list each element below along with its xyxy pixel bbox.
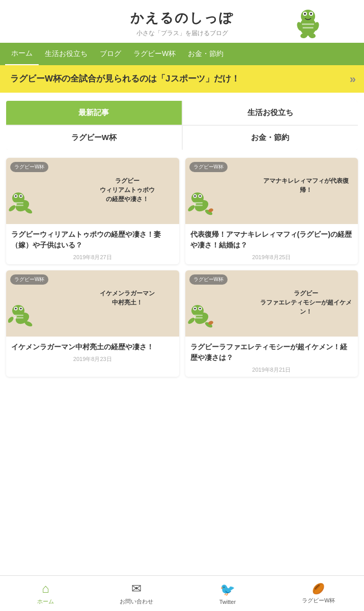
nav-item-life[interactable]: 生活お役立ち bbox=[39, 43, 94, 65]
article-card-2[interactable]: ラグビーW杯 アマナキレレィマフィが代表復帰！ bbox=[185, 158, 358, 264]
svg-point-23 bbox=[191, 192, 204, 204]
article-title-2: 代表復帰！アマナキレレィマフィ(ラグビー)の経歴や凄さ！結婚は？ bbox=[190, 229, 353, 251]
nav-item-blog[interactable]: ブログ bbox=[94, 43, 127, 65]
home-icon: ⌂ bbox=[42, 581, 49, 596]
svg-point-5 bbox=[310, 13, 312, 15]
bottom-nav-contact[interactable]: ✉ お問い合わせ bbox=[91, 576, 182, 611]
svg-rect-6 bbox=[302, 23, 314, 25]
svg-rect-39 bbox=[14, 315, 23, 316]
article-title-1: ラグビーウィリアムトゥポウの経歴や凄さ！妻（嫁）や子供はいる？ bbox=[11, 229, 174, 251]
bottom-nav-rugby-label: ラグビーW杯 bbox=[302, 597, 335, 604]
bottom-nav-twitter[interactable]: 🐦 Twitter bbox=[182, 576, 273, 611]
nav-item-rugby[interactable]: ラグビーW杯 bbox=[127, 43, 182, 65]
article-date-4: 2019年8月21日 bbox=[190, 366, 353, 374]
article-frog-1 bbox=[8, 188, 36, 221]
article-image-2: ラグビーW杯 アマナキレレィマフィが代表復帰！ bbox=[185, 158, 358, 224]
svg-rect-40 bbox=[14, 317, 23, 319]
svg-point-37 bbox=[15, 308, 17, 310]
article-tag-1: ラグビーW杯 bbox=[10, 162, 48, 172]
svg-point-16 bbox=[15, 195, 17, 197]
article-title-4: ラグビーラファエレティモシーが超イケメン！経歴や凄さは？ bbox=[190, 342, 353, 363]
svg-rect-7 bbox=[302, 27, 314, 29]
bottom-nav-contact-label: お問い合わせ bbox=[120, 598, 153, 605]
svg-rect-49 bbox=[193, 315, 203, 316]
cat-rugby[interactable]: ラグビーW杯 bbox=[6, 126, 182, 150]
bottom-nav-home[interactable]: ⌂ ホーム bbox=[0, 576, 91, 611]
cat-latest[interactable]: 最新記事 bbox=[6, 101, 182, 125]
svg-point-41 bbox=[8, 316, 15, 324]
article-card-1[interactable]: ラグビーW杯 ラグビーウィリアムトゥポウの経歴や凄さ！ ラ bbox=[6, 158, 179, 264]
site-title: かえるのしっぽ bbox=[130, 9, 234, 27]
main-nav: ホーム 生活お役立ち ブログ ラグビーW杯 お金・節約 bbox=[0, 43, 364, 65]
site-subtitle: 小さな「プラス」を届けるブログ bbox=[130, 29, 234, 38]
article-image-3: ラグビーW杯 イケメンラガーマン中村亮土！ bbox=[6, 270, 179, 337]
svg-rect-50 bbox=[193, 317, 203, 319]
cat-life[interactable]: 生活お役立ち bbox=[183, 101, 358, 125]
svg-point-47 bbox=[194, 308, 196, 310]
article-card-4[interactable]: ラグビーW杯 ラグビーラファエレティモシーが超イケメン！ bbox=[185, 270, 358, 377]
article-body-4: ラグビーラファエレティモシーが超イケメン！経歴や凄さは？ 2019年8月21日 bbox=[185, 337, 358, 377]
article-date-3: 2019年8月23日 bbox=[11, 355, 174, 363]
articles-grid: ラグビーW杯 ラグビーウィリアムトゥポウの経歴や凄さ！ ラ bbox=[0, 152, 364, 377]
bottom-nav-rugby[interactable]: 🏉 ラグビーW杯 bbox=[273, 576, 364, 611]
svg-point-44 bbox=[191, 305, 204, 316]
article-tag-2: ラグビーW杯 bbox=[189, 162, 228, 172]
article-image-title-3: イケメンラガーマン中村亮土！ bbox=[75, 285, 179, 311]
banner-arrow-icon: » bbox=[350, 70, 356, 87]
article-image-1: ラグビーW杯 ラグビーウィリアムトゥポウの経歴や凄さ！ bbox=[6, 158, 179, 224]
svg-point-1 bbox=[301, 10, 315, 23]
bottom-nav-home-label: ホーム bbox=[37, 598, 54, 605]
twitter-icon: 🐦 bbox=[220, 582, 235, 597]
svg-rect-29 bbox=[193, 205, 203, 206]
article-frog-2 bbox=[187, 188, 215, 221]
article-card-3[interactable]: ラグビーW杯 イケメンラガーマン中村亮土！ イケメンラガーマン中村亮土の bbox=[6, 270, 179, 377]
banner[interactable]: ラグビーW杯の全試合が見られるのは「Jスポーツ」だけ！ » bbox=[0, 65, 364, 93]
article-tag-4: ラグビーW杯 bbox=[189, 274, 228, 285]
header-text: かえるのしっぽ 小さな「プラス」を届けるブログ bbox=[130, 9, 234, 38]
banner-text: ラグビーW杯の全試合が見られるのは「Jスポーツ」だけ！ bbox=[10, 74, 240, 84]
article-title-3: イケメンラガーマン中村亮土の経歴や凄さ！ bbox=[11, 342, 174, 352]
bottom-nav-twitter-label: Twitter bbox=[219, 599, 236, 605]
nav-item-money[interactable]: お金・節約 bbox=[182, 43, 230, 65]
article-body-3: イケメンラガーマン中村亮土の経歴や凄さ！ 2019年8月23日 bbox=[6, 337, 179, 366]
mail-icon: ✉ bbox=[131, 581, 142, 596]
article-frog-3 bbox=[8, 300, 36, 334]
svg-rect-28 bbox=[193, 202, 203, 204]
svg-point-26 bbox=[194, 195, 196, 197]
article-body-1: ラグビーウィリアムトゥポウの経歴や凄さ！妻（嫁）や子供はいる？ 2019年8月2… bbox=[6, 224, 179, 264]
article-body-2: 代表復帰！アマナキレレィマフィ(ラグビー)の経歴や凄さ！結婚は？ 2019年8月… bbox=[185, 224, 358, 264]
svg-point-13 bbox=[12, 192, 24, 204]
article-date-1: 2019年8月27日 bbox=[11, 254, 174, 261]
article-frog-4 bbox=[187, 300, 215, 334]
svg-point-34 bbox=[12, 305, 24, 316]
svg-point-38 bbox=[20, 308, 22, 310]
svg-point-48 bbox=[199, 308, 201, 310]
header: かえるのしっぽ 小さな「プラス」を届けるブログ bbox=[0, 0, 364, 43]
header-mascot bbox=[293, 5, 323, 41]
svg-point-17 bbox=[20, 195, 22, 197]
svg-point-4 bbox=[304, 13, 306, 15]
rugby-icon: 🏉 bbox=[312, 582, 325, 595]
article-tag-3: ラグビーW杯 bbox=[10, 274, 48, 285]
svg-rect-18 bbox=[14, 202, 23, 204]
svg-point-27 bbox=[199, 195, 201, 197]
article-image-title-2: アマナキレレィマフィが代表復帰！ bbox=[254, 172, 358, 199]
article-date-2: 2019年8月25日 bbox=[190, 254, 353, 261]
article-image-title-4: ラグビーラファエレティモシーが超イケメン！ bbox=[254, 285, 358, 320]
article-image-title-1: ラグビーウィリアムトゥポウの経歴や凄さ！ bbox=[75, 172, 179, 208]
cat-money[interactable]: お金・節約 bbox=[183, 126, 358, 150]
nav-item-home[interactable]: ホーム bbox=[5, 43, 39, 65]
category-grid: 最新記事 生活お役立ち ラグビーW杯 お金・節約 bbox=[6, 101, 358, 150]
article-image-4: ラグビーW杯 ラグビーラファエレティモシーが超イケメン！ bbox=[185, 270, 358, 337]
svg-rect-19 bbox=[14, 205, 23, 206]
bottom-nav: ⌂ ホーム ✉ お問い合わせ 🐦 Twitter 🏉 ラグビーW杯 bbox=[0, 575, 364, 611]
